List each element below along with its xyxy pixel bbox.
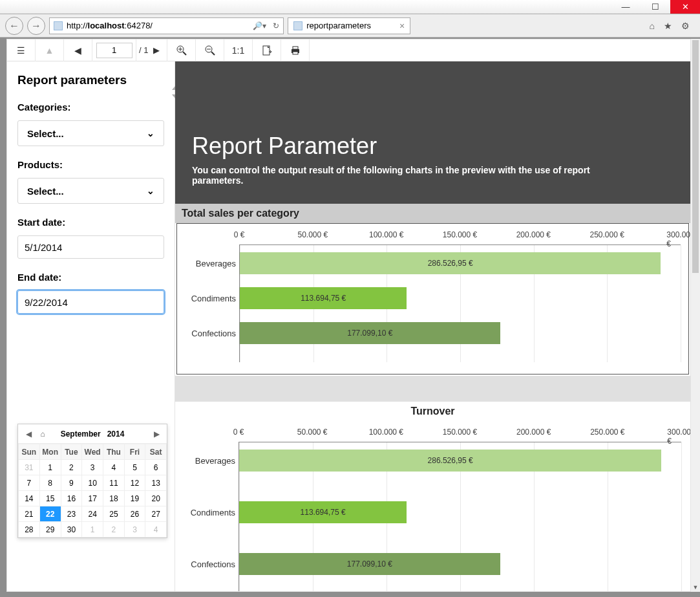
settings-icon[interactable]: ⚙ [681, 21, 690, 31]
calendar-dow: Thu [103, 444, 125, 460]
page-number-input[interactable] [92, 39, 136, 61]
calendar-day[interactable]: 30 [61, 522, 82, 537]
window-scrollbar[interactable]: ▲ ▼ [691, 39, 700, 592]
category-label: Confections [181, 559, 235, 569]
calendar-day[interactable]: 3 [82, 460, 103, 475]
tab-close-icon[interactable]: × [399, 21, 405, 31]
viewer-toolbar: ☰ ▲ ◀ / 1 ▶ 1:1 [7, 39, 690, 61]
calendar-day[interactable]: 19 [124, 491, 145, 506]
calendar-day[interactable]: 8 [39, 475, 61, 491]
axis-tick: 50.000 € [297, 428, 328, 437]
category-label: Condiments [182, 294, 236, 303]
page-icon [293, 21, 302, 30]
zoom-out-button[interactable] [196, 39, 224, 61]
search-icon[interactable]: 🔎▾ [253, 21, 266, 30]
nav-up-button[interactable]: ▲ [36, 39, 64, 61]
select-placeholder: Select... [27, 186, 64, 197]
calendar-day[interactable]: 11 [103, 475, 125, 491]
calendar-day[interactable]: 17 [82, 491, 103, 506]
axis-tick: 200.000 € [516, 230, 551, 239]
calendar-title[interactable]: September 2014 [61, 429, 125, 439]
axis-tick: 250.000 € [589, 230, 624, 239]
address-bar[interactable]: http://localhost:64278/ 🔎▾ ↻ [49, 17, 284, 34]
calendar-day[interactable]: 18 [103, 491, 125, 506]
date-picker-popup: ◀ ⌂ September 2014 ▶ SunMonTueWedThuFriS… [17, 424, 167, 538]
chart-total-sales: Total sales per category 0 €50.000 €100.… [175, 204, 690, 374]
calendar-day[interactable]: 2 [61, 460, 82, 475]
calendar-day[interactable]: 21 [19, 506, 40, 522]
page-count-label: / 1 ▶ [136, 39, 167, 61]
svg-rect-10 [293, 52, 298, 54]
print-button[interactable] [281, 39, 310, 61]
window-titlebar: — ☐ ✕ [0, 0, 700, 14]
calendar-day[interactable]: 22 [39, 506, 61, 522]
calendar-day[interactable]: 15 [39, 491, 61, 506]
svg-line-5 [211, 52, 215, 55]
browser-tab[interactable]: reportparameters × [288, 17, 410, 34]
browser-back-button[interactable]: ← [5, 17, 23, 35]
browser-forward-button[interactable]: → [27, 17, 45, 35]
calendar-day[interactable]: 27 [145, 506, 167, 522]
calendar-day[interactable]: 4 [103, 460, 125, 475]
panel-title: Report parameters [17, 73, 164, 87]
calendar-day[interactable]: 29 [39, 522, 61, 537]
calendar-day[interactable]: 12 [124, 475, 145, 491]
calendar-home-button[interactable]: ⌂ [36, 429, 49, 439]
calendar-dow: Sun [19, 444, 40, 460]
chart-title: Turnover [175, 402, 690, 421]
window-close-button[interactable]: ✕ [670, 0, 700, 14]
menu-button[interactable]: ☰ [7, 39, 36, 61]
parameters-panel: Report parameters Categories: Select... … [7, 61, 175, 591]
zoom-in-button[interactable] [167, 39, 196, 61]
axis-tick: 100.000 € [369, 428, 403, 437]
calendar-day[interactable]: 3 [124, 522, 145, 537]
calendar-day[interactable]: 10 [82, 475, 103, 491]
window-minimize-button[interactable]: — [611, 0, 641, 14]
calendar-day[interactable]: 16 [61, 491, 82, 506]
fit-button[interactable]: 1:1 [224, 39, 253, 61]
end-date-input[interactable] [17, 290, 164, 314]
calendar-day[interactable]: 25 [103, 506, 125, 522]
start-date-label: Start date: [17, 217, 164, 228]
calendar-day[interactable]: 1 [82, 522, 103, 537]
calendar-dow: Sat [145, 444, 167, 460]
calendar-day[interactable]: 24 [82, 506, 103, 522]
export-button[interactable] [253, 39, 281, 61]
calendar-day[interactable]: 5 [124, 460, 145, 475]
calendar-day[interactable]: 2 [103, 522, 125, 537]
calendar-day[interactable]: 9 [61, 475, 82, 491]
calendar-next-button[interactable]: ▶ [150, 429, 163, 439]
chevron-down-icon: ⌄ [147, 186, 154, 196]
category-label: Confections [182, 329, 236, 338]
calendar-day[interactable]: 1 [39, 460, 61, 475]
favorites-icon[interactable]: ★ [664, 21, 672, 31]
prev-page-button[interactable]: ◀ [64, 39, 92, 61]
axis-tick: 200.000 € [516, 428, 551, 437]
report-canvas[interactable]: Report Parameter You can control the out… [175, 61, 690, 591]
select-placeholder: Select... [27, 128, 64, 139]
calendar-day[interactable]: 7 [19, 475, 40, 491]
calendar-day[interactable]: 23 [61, 506, 82, 522]
report-page: Report Parameter You can control the out… [175, 61, 690, 591]
refresh-icon[interactable]: ↻ [273, 21, 279, 30]
products-select[interactable]: Select... ⌄ [17, 178, 164, 204]
axis-tick: 150.000 € [443, 230, 477, 239]
calendar-day[interactable]: 13 [145, 475, 167, 491]
calendar-day[interactable]: 26 [124, 506, 145, 522]
calendar-day[interactable]: 14 [19, 491, 40, 506]
calendar-day[interactable]: 4 [145, 522, 167, 537]
calendar-day[interactable]: 31 [19, 460, 40, 475]
home-icon[interactable]: ⌂ [650, 21, 655, 31]
calendar-day[interactable]: 20 [145, 491, 167, 506]
window-maximize-button[interactable]: ☐ [641, 0, 670, 14]
browser-navbar: ← → http://localhost:64278/ 🔎▾ ↻ reportp… [0, 14, 700, 38]
axis-tick: 100.000 € [369, 230, 403, 239]
calendar-day[interactable]: 6 [145, 460, 167, 475]
categories-select[interactable]: Select... ⌄ [17, 120, 164, 146]
url-text: http://localhost:64278/ [67, 21, 153, 30]
calendar-prev-button[interactable]: ◀ [22, 429, 35, 439]
start-date-input[interactable] [17, 235, 164, 259]
report-subtitle: You can control the output result of the… [192, 165, 593, 186]
calendar-day[interactable]: 28 [19, 522, 40, 537]
svg-line-1 [183, 52, 186, 55]
